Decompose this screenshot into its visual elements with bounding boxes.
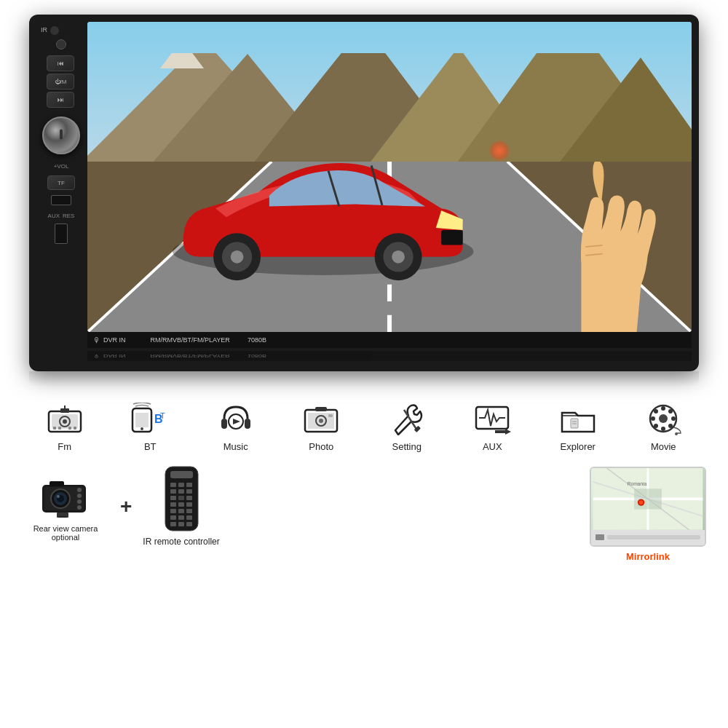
- svg-rect-83: [186, 496, 192, 500]
- svg-point-20: [63, 419, 67, 424]
- music-svg: [217, 403, 255, 435]
- svg-rect-78: [170, 489, 176, 494]
- svg-point-10: [231, 250, 244, 264]
- format-text-2: RM\RMVB\BT\FM\PLAYER: [151, 354, 230, 358]
- svg-point-57: [668, 409, 673, 414]
- hand-container: [534, 162, 679, 332]
- svg-point-69: [77, 505, 82, 510]
- svg-rect-38: [315, 407, 327, 411]
- svg-point-59: [675, 432, 678, 435]
- dvr-label: DVR IN: [103, 336, 126, 344]
- fm-svg: [46, 403, 84, 435]
- svg-point-53: [651, 416, 655, 421]
- camera-label: Rear view camera optional: [22, 524, 109, 542]
- feature-bt[interactable]: B T BT: [110, 400, 190, 452]
- svg-rect-90: [170, 515, 176, 520]
- tf-button[interactable]: TF: [47, 175, 75, 190]
- power-mode-button[interactable]: ⏻/M: [47, 74, 74, 90]
- svg-rect-92: [186, 515, 192, 520]
- svg-text:Romania: Romania: [628, 481, 647, 486]
- svg-rect-21: [60, 408, 69, 413]
- mirrorlink-label: Mirrorlink: [626, 551, 670, 562]
- ir-sensor: [50, 26, 59, 35]
- camera-icon-wrap: [36, 472, 95, 520]
- remote-accessory: IR remote controller: [143, 467, 219, 547]
- feature-setting[interactable]: Setting: [367, 400, 447, 452]
- svg-rect-14: [441, 230, 463, 245]
- feature-explorer[interactable]: Explorer: [538, 400, 618, 452]
- usb-connector: [596, 534, 604, 540]
- svg-rect-24: [58, 427, 61, 430]
- explorer-svg: [559, 403, 597, 435]
- setting-label: Setting: [392, 441, 422, 452]
- feature-aux[interactable]: AUX: [452, 400, 532, 452]
- control-buttons: ⏮ ⏻/M ⏭: [47, 55, 76, 108]
- volume-knob[interactable]: [42, 116, 80, 154]
- svg-rect-79: [178, 489, 184, 494]
- main-screen[interactable]: [87, 22, 692, 332]
- phone-bar: [607, 535, 700, 539]
- svg-rect-33: [245, 419, 250, 429]
- svg-rect-87: [170, 509, 176, 513]
- left-panel: IR ⏮ ⏻/M ⏭ +VOL TF AUX RES: [35, 22, 87, 364]
- svg-rect-25: [68, 427, 71, 430]
- music-icon: [215, 400, 256, 437]
- stereo-info-bar-2: 🎙 DAR IN RM\RMVB\BT\FM\PLAYER 1080B: [87, 351, 692, 360]
- feature-movie[interactable]: Movie: [623, 400, 703, 452]
- svg-point-13: [392, 250, 405, 264]
- features-section: Fm B T BT: [0, 386, 728, 459]
- screen-area: 🎙 DVR IN RM/RMVB/BT/FM/PLAYER 7080B 🎙 DA…: [87, 22, 692, 364]
- svg-point-67: [77, 494, 82, 498]
- camera-accessory: Rear view camera optional: [22, 472, 109, 542]
- feature-fm[interactable]: Fm: [25, 400, 105, 452]
- setting-svg: [388, 403, 426, 435]
- svg-point-58: [654, 424, 658, 428]
- svg-point-55: [654, 409, 658, 414]
- bt-label: BT: [144, 441, 157, 452]
- mountain-6: [553, 58, 692, 170]
- prev-button[interactable]: ⏮: [47, 55, 74, 71]
- info-dvr: 🎙 DVR IN RM/RMVB/BT/FM/PLAYER 7080B: [93, 336, 266, 344]
- svg-point-29: [141, 427, 143, 430]
- stereo-unit: IR ⏮ ⏻/M ⏭ +VOL TF AUX RES: [29, 15, 699, 371]
- svg-rect-23: [53, 427, 56, 430]
- car-svg: [148, 133, 498, 295]
- hand-svg: [534, 162, 679, 332]
- photo-label: Photo: [309, 441, 333, 452]
- format-text: RM/RMVB/BT/FM/PLAYER: [151, 336, 230, 344]
- model-text: 7080B: [248, 336, 266, 344]
- svg-rect-82: [178, 496, 184, 500]
- svg-rect-88: [178, 509, 184, 513]
- fm-label: Fm: [58, 441, 71, 452]
- feature-music[interactable]: Music: [196, 400, 276, 452]
- feature-photo[interactable]: Photo: [281, 400, 361, 452]
- remote-icon-wrap: [159, 467, 203, 532]
- map-bar: [591, 530, 705, 545]
- svg-rect-72: [50, 481, 64, 486]
- explorer-icon: [558, 400, 598, 437]
- aux-label: AUX: [48, 213, 60, 219]
- svg-rect-26: [74, 427, 76, 430]
- svg-rect-75: [170, 483, 176, 487]
- svg-rect-95: [186, 522, 192, 526]
- svg-marker-35: [233, 419, 240, 424]
- main-container: IR ⏮ ⏻/M ⏭ +VOL TF AUX RES: [0, 0, 728, 728]
- aux-svg: [473, 403, 511, 435]
- map-bg: Romania: [591, 468, 705, 530]
- snow-cap-1: [160, 53, 204, 69]
- model-text-2: 1080B: [248, 354, 266, 358]
- next-button[interactable]: ⏭: [47, 92, 74, 108]
- movie-icon: [644, 400, 684, 437]
- stereo-info-bar: 🎙 DVR IN RM/RMVB/BT/FM/PLAYER 7080B: [87, 332, 692, 348]
- svg-text:T: T: [160, 411, 165, 420]
- remote-label: IR remote controller: [143, 537, 219, 547]
- res-label: RES: [63, 213, 74, 219]
- power-indicator: [56, 39, 66, 50]
- touch-glow: [488, 140, 510, 162]
- svg-rect-85: [178, 502, 184, 507]
- fm-icon: [44, 400, 84, 437]
- svg-rect-93: [170, 522, 176, 526]
- aux-label-feat: AUX: [483, 441, 502, 452]
- camera-remote-row: Rear view camera optional +: [22, 467, 220, 547]
- svg-point-103: [639, 500, 644, 505]
